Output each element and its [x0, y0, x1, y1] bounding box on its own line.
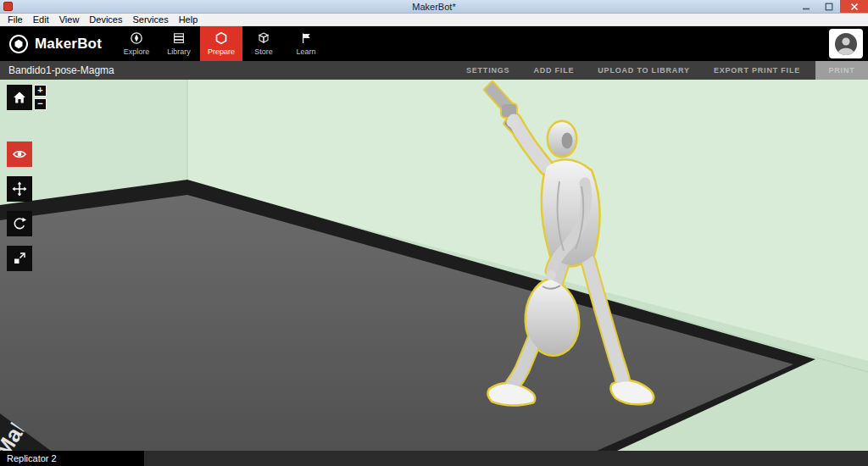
nav-item-library[interactable]: Library: [158, 26, 200, 61]
view-camera-button[interactable]: [7, 141, 32, 167]
settings-button[interactable]: SETTINGS: [466, 66, 509, 75]
zoom-in-button[interactable]: +: [34, 85, 47, 97]
scale-icon: [12, 251, 27, 266]
menu-item-file[interactable]: File: [3, 14, 28, 26]
home-icon: [12, 90, 27, 105]
maximize-button[interactable]: [817, 0, 840, 13]
nav-item-learn[interactable]: Learn: [285, 26, 327, 61]
export-print-file-button[interactable]: EXPORT PRINT FILE: [714, 66, 800, 75]
move-arrows-icon: [12, 181, 27, 197]
device-tab[interactable]: Replicator 2: [0, 451, 144, 466]
minimize-icon: [802, 3, 810, 11]
menu-item-help[interactable]: Help: [174, 14, 203, 26]
nav-label: Store: [254, 47, 273, 56]
titlebar: MakerBot*: [0, 0, 868, 14]
makerbot-window: MakerBot* File Edit View Devices Service…: [0, 0, 868, 466]
avatar-icon: [833, 31, 859, 57]
nav-label: Explore: [124, 47, 150, 56]
menu-item-devices[interactable]: Devices: [84, 14, 127, 26]
close-button[interactable]: [840, 0, 868, 13]
nav-item-prepare[interactable]: Prepare: [200, 26, 242, 61]
menu-item-edit[interactable]: Edit: [28, 14, 54, 26]
nav-label: Prepare: [208, 47, 235, 56]
makerbot-wordmark: MakerBot: [35, 36, 102, 53]
compass-icon: [130, 31, 143, 45]
add-file-button[interactable]: ADD FILE: [533, 66, 574, 75]
scale-button[interactable]: [7, 246, 32, 271]
account-avatar-button[interactable]: [829, 29, 863, 58]
rotate-icon: [12, 216, 27, 231]
rotate-button[interactable]: [7, 211, 32, 236]
move-button[interactable]: [7, 176, 32, 202]
hexagon-icon: [214, 31, 228, 45]
makerbot-logo[interactable]: MakerBot: [0, 26, 115, 61]
document-title: Bandido1-pose-Magma: [8, 64, 114, 76]
document-bar: Bandido1-pose-Magma SETTINGS ADD FILE UP…: [0, 61, 868, 80]
close-icon: [850, 3, 859, 11]
device-name: Replicator 2: [7, 453, 57, 463]
nav-label: Learn: [297, 47, 316, 56]
nav-label: Library: [167, 47, 191, 56]
home-view-button[interactable]: [7, 85, 32, 110]
window-title: MakerBot*: [0, 2, 868, 12]
flag-icon: [299, 31, 313, 45]
viewport-3d[interactable]: MakerBot: [0, 80, 868, 451]
maximize-icon: [825, 3, 833, 11]
window-controls: [794, 0, 868, 14]
upload-to-library-button[interactable]: UPLOAD TO LIBRARY: [598, 66, 690, 75]
top-nav: MakerBot Explore Library Prepare: [0, 26, 868, 61]
app-icon: [3, 2, 13, 11]
print-button[interactable]: PRINT: [815, 61, 868, 80]
makerbot-logo-icon: [8, 34, 29, 54]
scene-canvas[interactable]: MakerBot: [0, 80, 868, 451]
menu-item-services[interactable]: Services: [127, 14, 173, 26]
zoom-out-button[interactable]: −: [34, 98, 47, 110]
nav-item-explore[interactable]: Explore: [115, 26, 158, 61]
eye-icon: [12, 147, 27, 162]
library-drawers-icon: [172, 31, 186, 45]
menu-item-view[interactable]: View: [54, 14, 85, 26]
view-tools: + −: [7, 85, 58, 280]
menubar: File Edit View Devices Services Help: [0, 14, 868, 26]
status-bar: Replicator 2: [0, 451, 868, 466]
nav-item-store[interactable]: Store: [242, 26, 285, 61]
minimize-button[interactable]: [794, 0, 817, 13]
document-actions: SETTINGS ADD FILE UPLOAD TO LIBRARY EXPO…: [466, 66, 800, 75]
box-icon: [257, 31, 270, 45]
